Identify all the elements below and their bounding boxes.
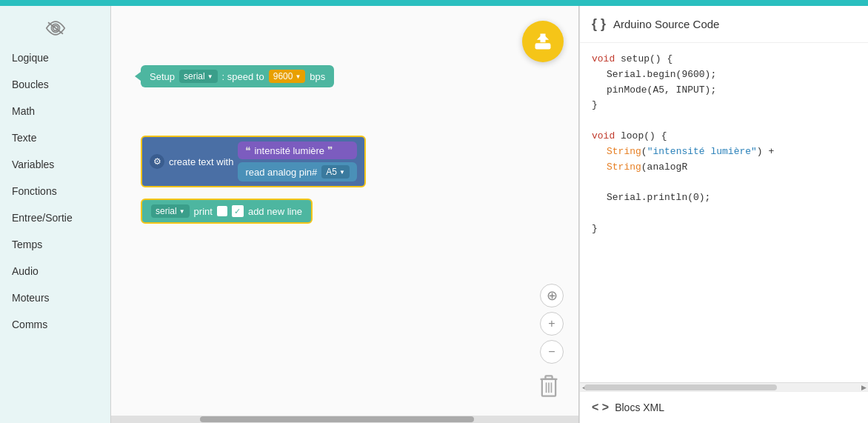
print-label: print (194, 206, 213, 217)
workspace: Setup serial : speed to 9600 bps ⚙ creat… (111, 6, 579, 423)
braces-icon: { } (592, 16, 606, 32)
sidebar: Logique Boucles Math Texte Variables Fon… (0, 6, 111, 423)
text-value-block: ❝ intensité lumière ❞ (238, 141, 356, 159)
setup-prefix: Setup (150, 71, 175, 82)
code-panel: { } Arduino Source Code void setup() { S… (579, 6, 868, 423)
newline-checkbox[interactable] (232, 205, 244, 217)
trash-icon (538, 374, 559, 398)
code-line-8 (592, 175, 856, 190)
sidebar-item-fonctions[interactable]: Fonctions (0, 178, 110, 204)
sidebar-item-moteurs[interactable]: Moteurs (0, 284, 110, 311)
text-value: intensité lumière (254, 145, 324, 156)
workspace-horizontal-scrollbar[interactable] (111, 416, 578, 423)
xml-icon: < > (592, 401, 609, 414)
center-button[interactable]: ⊕ (540, 284, 564, 307)
zoom-in-button[interactable]: + (540, 312, 564, 336)
analog-block[interactable]: read analog pin# A5 (238, 162, 356, 181)
sidebar-item-logique[interactable]: Logique (0, 44, 110, 71)
setup-green-block[interactable]: Setup serial : speed to 9600 bps (141, 65, 334, 87)
quote-close: ❞ (327, 144, 333, 156)
bps-label: bps (310, 71, 325, 82)
top-bar (0, 0, 868, 6)
zoom-controls: ⊕ + − (540, 284, 564, 364)
create-text-block[interactable]: ⚙ create text with ❝ intensité lumière ❞… (141, 136, 366, 187)
sidebar-item-comms[interactable]: Comms (0, 311, 110, 338)
quote-open: ❝ (245, 144, 251, 156)
pin-dropdown[interactable]: A5 (321, 165, 350, 179)
workspace-scrollbar-thumb[interactable] (200, 416, 474, 422)
code-line-7: String("intensité lumière") + String(ana… (607, 144, 856, 176)
serial-dropdown[interactable]: serial (179, 70, 218, 83)
code-scrollbar-thumb[interactable] (584, 384, 777, 390)
sidebar-item-temps[interactable]: Temps (0, 231, 110, 258)
code-line-3: pinMode(A5, INPUT); (607, 83, 856, 99)
eye-icon (45, 21, 66, 36)
svg-rect-1 (535, 43, 551, 49)
code-line-6: void loop() { (592, 129, 856, 144)
eye-icon-container[interactable] (0, 13, 110, 44)
upload-icon (533, 31, 553, 52)
puzzle-piece-icon (217, 206, 227, 216)
sidebar-item-entree-sortie[interactable]: Entree/Sortie (0, 204, 110, 231)
code-line-4: } (592, 98, 856, 113)
code-footer: < > Blocs XML (580, 391, 868, 423)
code-line-9: Serial.println(0); (607, 190, 856, 206)
sidebar-item-math[interactable]: Math (0, 98, 110, 124)
trash-button[interactable] (538, 374, 562, 401)
text-group: ❝ intensité lumière ❞ read analog pin# A… (238, 141, 356, 181)
serial-print-block[interactable]: serial print add new line (141, 199, 313, 224)
sidebar-item-boucles[interactable]: Boucles (0, 71, 110, 98)
create-label: create text with (169, 156, 233, 167)
serial-print-dropdown[interactable]: serial (151, 204, 190, 218)
sidebar-item-audio[interactable]: Audio (0, 258, 110, 284)
svg-marker-3 (537, 34, 549, 40)
speed-text: : speed to (222, 71, 264, 82)
create-text-group: ⚙ create text with ❝ intensité lumière ❞… (141, 136, 366, 187)
code-line-1: void setup() { (592, 52, 856, 67)
xml-label: Blocs XML (615, 402, 664, 413)
baud-dropdown[interactable]: 9600 (269, 70, 306, 83)
upload-button[interactable] (522, 21, 564, 62)
newline-label: add new line (248, 206, 302, 217)
analog-label: read analog pin# (245, 167, 317, 178)
setup-block: Setup serial : speed to 9600 bps (141, 65, 334, 87)
create-icon: ⚙ (150, 154, 164, 169)
code-line-10 (592, 206, 856, 222)
code-content: void setup() { Serial.begin(9600); pinMo… (580, 43, 868, 382)
code-line-2: Serial.begin(9600); (607, 67, 856, 83)
code-header: { } Arduino Source Code (580, 6, 868, 43)
sidebar-item-texte[interactable]: Texte (0, 124, 110, 151)
code-line-11: } (592, 222, 856, 237)
code-panel-title: Arduino Source Code (613, 18, 719, 30)
code-line-5 (592, 113, 856, 129)
zoom-out-button[interactable]: − (540, 340, 564, 364)
code-horizontal-scrollbar[interactable]: ◀ ▶ (580, 382, 868, 391)
scrollbar-arrow-right[interactable]: ▶ (859, 383, 868, 392)
svg-rect-6 (545, 376, 552, 379)
main-container: Logique Boucles Math Texte Variables Fon… (0, 6, 868, 423)
sidebar-item-variables[interactable]: Variables (0, 151, 110, 178)
